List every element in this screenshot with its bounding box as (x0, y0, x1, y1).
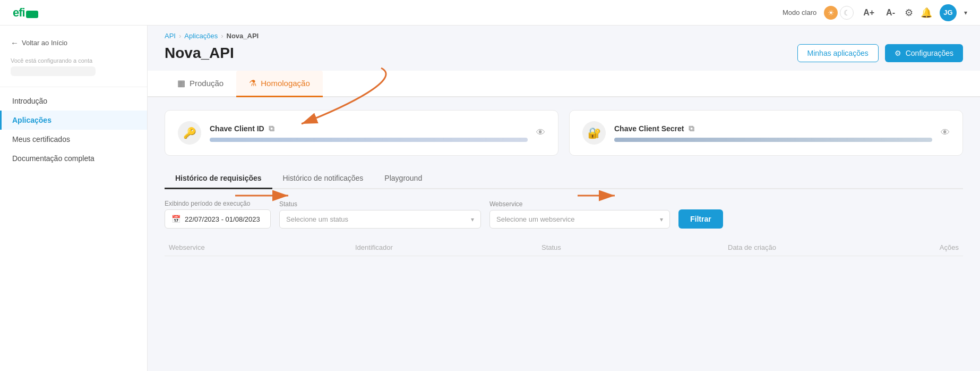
mode-label: Modo claro (783, 9, 816, 16)
topnav-right: Modo claro ☀ ☾ A+ A- ⚙ 🔔 JG ▾ (783, 4, 967, 21)
main-tabs: ▦ Produção ⚗ Homologação (148, 71, 980, 97)
light-mode-button[interactable]: ☀ (824, 6, 838, 20)
font-increase-button[interactable]: A+ (861, 7, 876, 19)
configuracoes-button[interactable]: ⚙ Configurações (885, 44, 963, 62)
logo-efi: efiPro (13, 6, 38, 20)
client-secret-icon: 🔐 (582, 121, 606, 145)
logo-pro-badge: Pro (26, 11, 38, 18)
account-name-placeholder (11, 66, 96, 76)
mode-toggle: ☀ ☾ (824, 6, 854, 20)
minhas-aplicacoes-button[interactable]: Minhas aplicações (797, 44, 879, 62)
filter-status-select[interactable]: Selecione um status ▾ (279, 210, 481, 229)
calendar-icon: 📅 (171, 215, 180, 223)
sidebar-item-meus-certificados[interactable]: Meus certificados (0, 130, 147, 149)
subtabs: Histórico de requisições Histórico de no… (165, 168, 963, 189)
client-id-body: Chave Client ID ⧉ (210, 124, 528, 142)
client-id-value-bar (210, 138, 528, 142)
subtab-historico-notificacoes[interactable]: Histórico de notificações (272, 168, 374, 189)
client-secret-body: Chave Client Secret ⧉ (614, 124, 932, 142)
filter-period-value: 22/07/2023 - 01/08/2023 (185, 215, 260, 223)
tab-producao[interactable]: ▦ Produção (165, 71, 236, 97)
filter-status-label: Status (279, 200, 481, 208)
producao-icon: ▦ (177, 78, 185, 88)
client-secret-copy-icon[interactable]: ⧉ (689, 124, 694, 133)
subtab-historico-requisicoes[interactable]: Histórico de requisições (165, 168, 272, 189)
sidebar-item-documentacao[interactable]: Documentação completa (0, 149, 147, 168)
client-id-card: 🔑 Chave Client ID ⧉ 👁 (165, 110, 558, 156)
notifications-button[interactable]: 🔔 (921, 7, 932, 19)
breadcrumb-sep-1: › (179, 32, 181, 40)
logo-area: efiPro (13, 6, 38, 20)
th-identificador: Identificador (351, 243, 537, 251)
page-header: Nova_API Minhas aplicações ⚙ Configuraçõ… (148, 40, 980, 71)
filter-webservice-select[interactable]: Selecione um webservice ▾ (489, 210, 670, 229)
breadcrumb-current: Nova_API (227, 32, 259, 40)
sidebar-item-introducao[interactable]: Introdução (0, 91, 147, 111)
tab-homologacao-label: Homologação (261, 79, 310, 88)
breadcrumb-aplicacoes[interactable]: Aplicações (184, 32, 218, 40)
sidebar-label-aplicacoes: Aplicações (12, 116, 51, 124)
back-label: Voltar ao Início (22, 39, 67, 47)
back-arrow-icon: ← (11, 38, 19, 47)
sidebar: ← Voltar ao Início Você está configurand… (0, 26, 148, 371)
filter-status-group: Status Selecione um status ▾ (279, 200, 481, 229)
tab-homologacao[interactable]: ⚗ Homologação (236, 71, 323, 97)
client-id-copy-icon[interactable]: ⧉ (269, 124, 274, 133)
page-title: Nova_API (165, 45, 234, 62)
filter-period-group: Exibindo período de execução 📅 22/07/202… (165, 200, 271, 229)
filter-button[interactable]: Filtrar (678, 209, 723, 229)
client-secret-card: 🔐 Chave Client Secret ⧉ 👁 (569, 110, 963, 156)
sidebar-item-aplicacoes[interactable]: Aplicações (0, 111, 147, 130)
gear-icon: ⚙ (895, 49, 901, 57)
client-id-eye-icon[interactable]: 👁 (536, 128, 545, 138)
filter-webservice-label: Webservice (489, 200, 670, 208)
account-config-label: Você está configurando a conta (0, 56, 147, 66)
content-area: 🔑 Chave Client ID ⧉ 👁 🔐 (148, 97, 980, 269)
th-status: Status (537, 243, 724, 251)
filter-status-placeholder: Selecione um status (286, 215, 348, 223)
th-webservice: Webservice (165, 243, 351, 251)
settings-button[interactable]: ⚙ (905, 7, 913, 19)
configuracoes-label: Configurações (906, 49, 953, 57)
dark-mode-button[interactable]: ☾ (840, 6, 854, 20)
filter-row: Exibindo período de execução 📅 22/07/202… (165, 200, 963, 229)
th-acoes: Ações (910, 243, 963, 251)
client-secret-eye-icon[interactable]: 👁 (941, 128, 950, 138)
filter-webservice-group: Webservice Selecione um webservice ▾ (489, 200, 670, 229)
th-data-criacao: Data de criação (724, 243, 910, 251)
sidebar-label-introducao: Introdução (12, 97, 47, 105)
homologacao-icon: ⚗ (249, 78, 256, 88)
client-id-title: Chave Client ID ⧉ (210, 124, 528, 133)
user-menu-chevron[interactable]: ▾ (964, 9, 967, 16)
sidebar-label-certificados: Meus certificados (12, 135, 70, 144)
subtab-playground[interactable]: Playground (374, 168, 433, 189)
client-secret-value-bar (614, 138, 932, 142)
client-id-icon: 🔑 (178, 121, 201, 145)
filter-period-label: Exibindo período de execução (165, 200, 271, 207)
page-actions: Minhas aplicações ⚙ Configurações (797, 44, 963, 62)
font-decrease-button[interactable]: A- (884, 7, 897, 19)
user-avatar-button[interactable]: JG (940, 4, 957, 21)
main-content: API › Aplicações › Nova_API Nova_API Min… (148, 26, 980, 371)
filter-period-input[interactable]: 📅 22/07/2023 - 01/08/2023 (165, 209, 271, 229)
sidebar-divider (0, 87, 147, 87)
table-header: Webservice Identificador Status Data de … (165, 239, 963, 256)
client-secret-title: Chave Client Secret ⧉ (614, 124, 932, 133)
topnav: efiPro Modo claro ☀ ☾ A+ A- ⚙ 🔔 JG ▾ (0, 0, 980, 26)
key-cards: 🔑 Chave Client ID ⧉ 👁 🔐 (165, 110, 963, 156)
breadcrumb-api[interactable]: API (165, 32, 176, 40)
breadcrumb-sep-2: › (221, 32, 223, 40)
back-link[interactable]: ← Voltar ao Início (0, 34, 147, 56)
webservice-chevron-icon: ▾ (660, 216, 663, 223)
status-chevron-icon: ▾ (471, 216, 474, 223)
sidebar-label-documentacao: Documentação completa (12, 154, 94, 163)
breadcrumb: API › Aplicações › Nova_API (148, 26, 980, 40)
filter-webservice-placeholder: Selecione um webservice (496, 215, 574, 223)
tab-producao-label: Produção (190, 79, 223, 88)
layout: ← Voltar ao Início Você está configurand… (0, 26, 980, 371)
